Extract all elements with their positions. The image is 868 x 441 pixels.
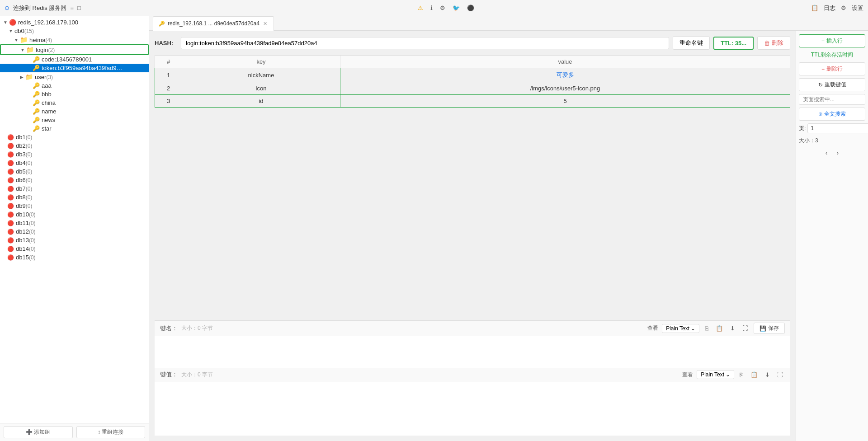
table-row[interactable]: 3 id 5 (155, 95, 790, 108)
db-node-db14[interactable]: 🔴 db14(0) (0, 244, 149, 253)
page-input[interactable] (807, 123, 868, 133)
info-icon: ℹ (430, 5, 433, 11)
db-node-db8[interactable]: 🔴 db8(0) (0, 193, 149, 202)
heima-node[interactable]: 📁 heima(4) (0, 35, 149, 44)
db-label: db7(0) (16, 185, 32, 192)
key-name-expand-button[interactable]: ⛶ (741, 324, 750, 333)
insert-row-button[interactable]: + 插入行 (799, 34, 865, 47)
user-node[interactable]: 📁 user(3) (0, 72, 149, 81)
delete-row-button[interactable]: − 删除行 (799, 62, 865, 75)
user-item-news[interactable]: 🔑 news (0, 116, 149, 124)
cell-value: /imgs/icons/user5-icon.png (340, 82, 790, 95)
db-node-db9[interactable]: 🔴 db9(0) (0, 202, 149, 210)
db-node-db12[interactable]: 🔴 db12(0) (0, 227, 149, 236)
db-label: db1(0) (16, 134, 32, 141)
ttl-button[interactable]: TTL: 35... (713, 37, 754, 50)
connect-label: 连接到 Redis 服务器 (13, 4, 66, 12)
log-label[interactable]: 日志 (824, 4, 835, 12)
db-label: db10(0) (16, 211, 36, 218)
key-name-copy-button[interactable]: ⎘ (703, 324, 710, 333)
cell-value-link[interactable]: 可爱多 (557, 71, 574, 78)
key-value-paste-button[interactable]: 📋 (749, 371, 760, 379)
key-icon-name: 🔑 (33, 108, 40, 115)
server-node[interactable]: 🔴 redis_192.168.179.100 (0, 18, 149, 27)
db-node-db15[interactable]: 🔴 db15(0) (0, 253, 149, 262)
add-group-button[interactable]: ➕ 添加组 (4, 426, 73, 438)
db-icon: 🔴 (7, 169, 14, 175)
key-name-download-button[interactable]: ⬇ (728, 324, 737, 333)
db0-node[interactable]: db0(15) (0, 27, 149, 35)
gear-icon: ⚙ (440, 5, 445, 11)
main-tab[interactable]: 🔑 redis_192.168.1 ... d9e04ea57dd20a4 ✕ (153, 16, 274, 31)
login-item-code[interactable]: 🔑 code:13456789001 (0, 55, 149, 64)
key-name-format-button[interactable]: Plain Text ⌄ (662, 324, 699, 333)
db-icon: 🔴 (7, 160, 14, 166)
login-node[interactable]: 📁 login(2) (0, 44, 149, 55)
window-icon[interactable]: □ (77, 5, 81, 11)
user-item-aaa[interactable]: 🔑 aaa (0, 81, 149, 90)
col-key: key (182, 56, 340, 68)
delete-key-button[interactable]: 🗑 删除 (757, 36, 790, 50)
page-search-input[interactable] (799, 94, 865, 105)
server-label: redis_192.168.179.100 (18, 19, 78, 26)
save-button[interactable]: 💾 保存 (754, 323, 785, 334)
key-value-download-button[interactable]: ⬇ (763, 371, 772, 379)
key-value-format-button[interactable]: Plain Text ⌄ (697, 370, 734, 379)
db-node-db4[interactable]: 🔴 db4(0) (0, 159, 149, 167)
db-node-db13[interactable]: 🔴 db13(0) (0, 236, 149, 244)
tab-key-icon: 🔑 (159, 21, 165, 27)
login-item-token[interactable]: 🔑 token:b3f959aa94ba439fad9e[4ea]7dd2 (0, 64, 149, 72)
key-value-label: 键值： (160, 371, 178, 379)
rename-key-button[interactable]: 重命名键 (673, 36, 710, 50)
reload-button[interactable]: ↻ 重载键值 (799, 78, 865, 91)
cell-key: nickName (182, 68, 340, 82)
key-icon-token: 🔑 (33, 65, 40, 71)
bbb-label: bbb (42, 91, 52, 98)
news-label: news (42, 117, 55, 123)
db-node-db5[interactable]: 🔴 db5(0) (0, 167, 149, 176)
db-node-db11[interactable]: 🔴 db11(0) (0, 219, 149, 227)
key-name-format-label: Plain Text (666, 325, 689, 332)
user-item-star[interactable]: 🔑 star (0, 124, 149, 133)
menu-icon[interactable]: ≡ (70, 5, 74, 11)
login-folder-icon: 📁 (26, 46, 34, 53)
db-node-db1[interactable]: 🔴 db1(0) (0, 133, 149, 141)
db-node-db6[interactable]: 🔴 db6(0) (0, 176, 149, 184)
tab-bar: 🔑 redis_192.168.1 ... d9e04ea57dd20a4 ✕ (149, 16, 868, 31)
hash-key-input[interactable] (181, 37, 669, 49)
cell-num: 1 (155, 68, 182, 82)
server-icon: 🔴 (9, 19, 16, 26)
db-node-db2[interactable]: 🔴 db2(0) (0, 141, 149, 150)
right-sidebar: + 插入行 TTL剩余存活时间 − 删除行 ↻ 重载键值 ⊙ 全文搜索 页: (796, 31, 868, 441)
db0-label: db0(15) (14, 28, 34, 34)
key-value-expand-button[interactable]: ⛶ (775, 371, 785, 379)
user-item-name[interactable]: 🔑 name (0, 107, 149, 116)
next-page-button[interactable]: › (834, 148, 842, 157)
table-row[interactable]: 2 icon /imgs/icons/user5-icon.png (155, 82, 790, 95)
table-row[interactable]: 1 nickName 可爱多 (155, 68, 790, 82)
cell-num: 3 (155, 95, 182, 108)
user-item-china[interactable]: 🔑 china (0, 99, 149, 107)
title-bar-right: 📋 日志 ⚙ 设置 (811, 4, 863, 12)
login-label: login(2) (36, 47, 55, 53)
db-node-db7[interactable]: 🔴 db7(0) (0, 184, 149, 193)
aaa-label: aaa (42, 82, 52, 89)
key-value-panel: 键值： 大小：0 字节 查看 Plain Text ⌄ ⎘ 📋 ⬇ ⛶ (155, 368, 790, 436)
db-label: db8(0) (16, 194, 32, 201)
db-node-db3[interactable]: 🔴 db3(0) (0, 150, 149, 159)
full-search-button[interactable]: ⊙ 全文搜索 (799, 108, 865, 121)
ttl-remaining-label: TTL剩余存活时间 (799, 50, 865, 60)
key-name-paste-button[interactable]: 📋 (714, 324, 725, 333)
db-icon: 🔴 (7, 211, 14, 218)
china-label: china (42, 99, 56, 106)
reconnect-button[interactable]: ↕ 重组连接 (76, 426, 146, 438)
folder-icon: 📁 (20, 36, 28, 43)
settings-icon: ⚙ (841, 5, 846, 11)
db-node-db10[interactable]: 🔴 db10(0) (0, 210, 149, 219)
user-item-bbb[interactable]: 🔑 bbb (0, 90, 149, 99)
prev-page-button[interactable]: ‹ (823, 148, 830, 157)
cell-value: 5 (340, 95, 790, 108)
settings-label[interactable]: 设置 (852, 4, 863, 12)
tab-close-button[interactable]: ✕ (262, 21, 268, 27)
key-value-copy-button[interactable]: ⎘ (738, 371, 745, 379)
